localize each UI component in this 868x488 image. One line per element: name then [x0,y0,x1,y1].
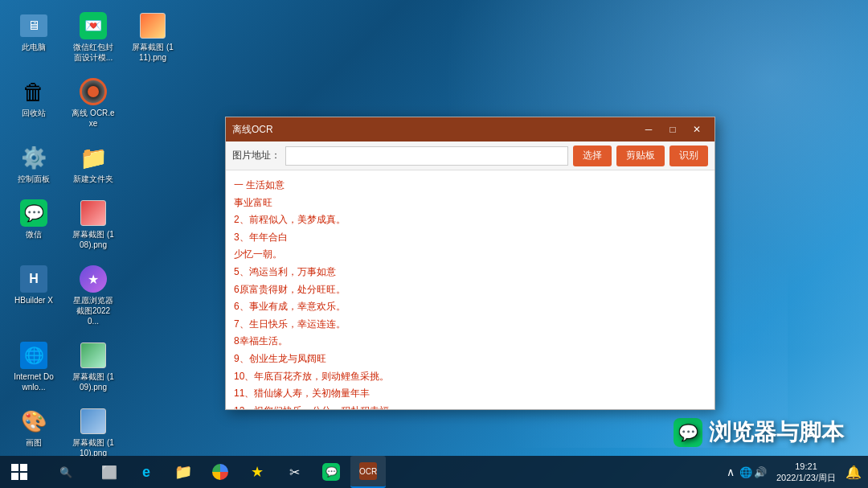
taskbar-edge[interactable]: e [129,456,164,488]
desktop: 🖥 此电脑 💌 微信红包封 面设计模... 屏幕截图 (111).png 🗑 [0,0,868,488]
start-button[interactable] [0,456,39,488]
screenshot-111-icon [138,11,167,40]
start-icon [11,464,27,480]
screenshot-108-icon [79,199,108,228]
ocr-line: 少忆一朝。 [234,246,706,264]
this-pc-label: 此电脑 [22,42,46,52]
desktop-icon-xingyuan[interactable]: ★ 星愿浏览器 截图20220... [68,261,119,330]
screenshot-110-icon [79,407,108,436]
control-panel-icon: ⚙️ [19,143,48,172]
control-panel-label: 控制面板 [18,174,50,184]
icon-row-2: 🗑 回收站 离线 OCR.exe [8,74,178,132]
ocr-line: 一 生活如意 [234,177,706,195]
ocr-line: 9、创业生龙与凤阔旺 [234,351,706,368]
wechat-label: 微信 [26,229,42,240]
paste-button[interactable]: 剪贴板 [616,146,665,166]
this-pc-icon: 🖥 [19,11,48,40]
ocr-icon [79,77,108,106]
window-titlebar[interactable]: 离线OCR ─ □ ✕ [226,117,714,141]
ocr-line: 7、生日快乐，幸运连连。 [234,316,706,334]
recycle-icon: 🗑 [19,77,48,106]
url-label: 图片地址： [232,149,280,162]
screenshot-111-label: 屏幕截图 (111).png [130,42,175,63]
recycle-label: 回收站 [22,108,46,118]
ocr-line: 11、猎仙缘人寿，关初物量年丰 [234,385,706,403]
xingyuan-icon: ★ [79,265,108,293]
desktop-icon-ie[interactable]: 🌐 Internet Downlo... [8,338,59,396]
url-input[interactable] [285,146,568,166]
ocr-window: 离线OCR ─ □ ✕ 图片地址： 选择 剪贴板 识别 一 生活如意事业富旺2、… [225,117,715,410]
paint-icon: 🎨 [19,407,48,436]
icon-row-7: 🎨 画图 屏幕截图 (110).png [8,404,178,461]
paint-label: 画图 [26,437,42,448]
desktop-icon-recycle[interactable]: 🗑 回收站 [8,74,59,132]
icon-row-5: H HBuilder X ★ 星愿浏览器 截图20220... [8,261,178,330]
window-toolbar: 图片地址： 选择 剪贴板 识别 [226,141,714,170]
icon-row-4: 💬 微信 屏幕截图 (108).png [8,195,178,253]
desktop-icon-wechat-red[interactable]: 💌 微信红包封 面设计模... [68,8,119,66]
minimize-button[interactable]: ─ [637,121,660,137]
wechat-red-icon: 💌 [79,11,108,40]
ie-label: Internet Downlo... [11,371,56,392]
taskbar-icons: 🔍 ⬜ e 📁 ★ ✂ [39,456,723,488]
desktop-icon-hbuilder[interactable]: H HBuilder X [8,261,59,330]
screenshot-109-label: 屏幕截图 (109).png [71,371,116,392]
icon-row-3: ⚙️ 控制面板 📁 新建文件夹 [8,140,178,187]
icon-row-1: 🖥 此电脑 💌 微信红包封 面设计模... 屏幕截图 (111).png [8,8,178,66]
clock-date: 2022/1/23/周日 [776,472,836,483]
taskbar-star[interactable]: ★ [240,456,275,488]
watermark: 💬 浏览器与脚本 [674,417,844,448]
icon-row-6: 🌐 Internet Downlo... 屏幕截图 (109).png [8,338,178,396]
notification-bell[interactable]: 🔔 [845,465,862,480]
desktop-icon-new-folder[interactable]: 📁 新建文件夹 [68,140,119,187]
desktop-icon-this-pc[interactable]: 🖥 此电脑 [8,8,59,66]
taskbar-chrome[interactable] [203,456,238,488]
notification-area: ∧ 🌐 🔊 [723,464,767,480]
network-icon: 🌐 [739,466,752,478]
watermark-wechat-icon: 💬 [674,418,702,447]
desktop-icon-paint[interactable]: 🎨 画图 [8,404,59,461]
chevron-up-icon[interactable]: ∧ [723,464,738,480]
new-folder-icon: 📁 [79,143,108,172]
window-content: 一 生活如意事业富旺2、前程似入，美梦成真。3、年年合白少忆一朝。5、鸿运当利，… [226,170,714,409]
taskbar-taskview[interactable]: ⬜ [92,456,127,488]
ocr-line: 5、鸿运当利，万事如意 [234,264,706,281]
taskbar-wechat[interactable]: 💬 [313,456,349,488]
ocr-line: 6、事业有成，幸意欢乐。 [234,298,706,316]
screenshot-109-icon [79,341,108,370]
taskbar-snip[interactable]: ✂ [276,456,312,488]
xingyuan-label: 星愿浏览器 截图20220... [71,295,116,326]
ocr-line: 3、年年合白 [234,229,706,247]
ocr-line: 10、年底百花齐放，则动鲤鱼采挑。 [234,368,706,386]
volume-icon: 🔊 [754,466,767,478]
ie-icon: 🌐 [19,341,48,370]
desktop-icon-screenshot-110[interactable]: 屏幕截图 (110).png [68,404,119,461]
maximize-button[interactable]: □ [661,121,684,137]
hbuilder-icon: H [19,265,48,293]
desktop-icons-area: 🖥 此电脑 💌 微信红包封 面设计模... 屏幕截图 (111).png 🗑 [8,8,178,461]
desktop-icon-ocr[interactable]: 离线 OCR.exe [68,74,119,132]
clock-time: 19:21 [795,461,817,472]
screenshot-108-label: 屏幕截图 (108).png [71,229,116,250]
taskbar-right: ∧ 🌐 🔊 19:21 2022/1/23/周日 🔔 [723,461,868,484]
ocr-line: 8幸福生活。 [234,333,706,351]
watermark-text: 浏览器与脚本 [709,417,844,448]
taskbar-file-explorer[interactable]: 📁 [166,456,201,488]
recognize-button[interactable]: 识别 [669,146,708,166]
close-button[interactable]: ✕ [686,121,708,137]
desktop-icon-control-panel[interactable]: ⚙️ 控制面板 [8,140,59,187]
ocr-line: 事业富旺 [234,195,706,212]
desktop-icon-screenshot-108[interactable]: 屏幕截图 (108).png [68,195,119,253]
desktop-icon-screenshot-109[interactable]: 屏幕截图 (109).png [68,338,119,396]
taskbar-search[interactable]: 🔍 [42,456,90,488]
taskbar: 🔍 ⬜ e 📁 ★ ✂ [0,456,868,488]
ocr-line: 6原富贵得财，处分旺旺。 [234,281,706,299]
clock[interactable]: 19:21 2022/1/23/周日 [770,461,842,484]
desktop-icon-screenshot-111[interactable]: 屏幕截图 (111).png [127,8,178,66]
taskbar-active-app[interactable]: OCR [350,456,386,488]
select-button[interactable]: 选择 [573,146,612,166]
wechat-red-label: 微信红包封 面设计模... [71,42,116,63]
window-controls: ─ □ ✕ [637,121,708,137]
desktop-icon-wechat[interactable]: 💬 微信 [8,195,59,253]
window-title: 离线OCR [232,123,637,137]
